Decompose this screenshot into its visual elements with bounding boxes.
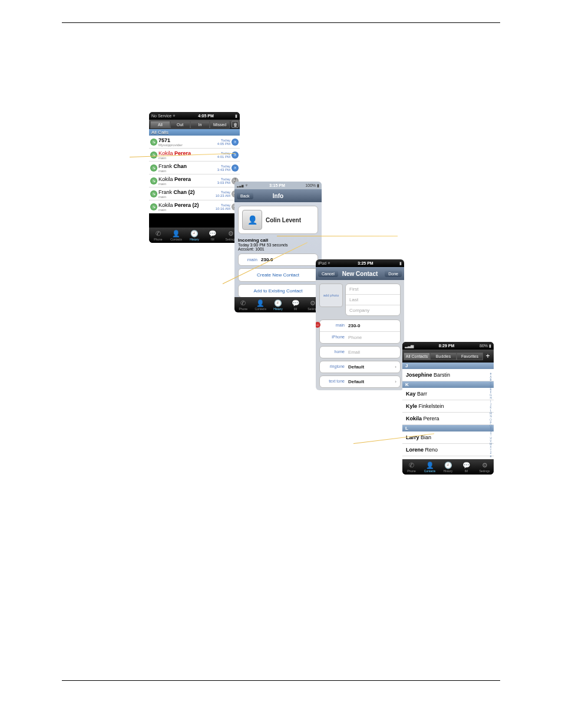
tab-history[interactable]: 🕘History — [269, 297, 287, 312]
battery-icon: ▮ — [235, 114, 237, 118]
im-icon: 💬 — [292, 299, 300, 307]
tab-in[interactable]: In — [190, 121, 210, 129]
tab-out[interactable]: Out — [170, 121, 190, 129]
tab-contacts[interactable]: 👤Contacts — [167, 228, 186, 243]
ringtone-row[interactable]: ringtoneDefault› — [319, 361, 401, 373]
phone-icon: ✆ — [156, 230, 161, 238]
contact-row[interactable]: Lorene Reno — [402, 444, 494, 456]
done-button[interactable]: Done — [385, 271, 402, 277]
tab-missed[interactable]: Missed — [210, 121, 230, 129]
nav-title: New Contact — [342, 271, 378, 277]
info-icon[interactable]: › — [232, 139, 239, 146]
call-time: Today4:01 PM — [217, 151, 230, 159]
call-account-line: Account: 1001 — [238, 247, 265, 251]
screen-new-contact: iPod ᯤ 3:25 PM ▮ Cancel New Contact Done… — [316, 259, 404, 390]
phone-icon: ✆ — [240, 299, 246, 307]
phone-main-row[interactable]: main230-0 iPhonePhone — [319, 319, 401, 344]
back-button[interactable]: Back — [237, 193, 253, 199]
call-sub: main — [158, 182, 191, 186]
tab-history[interactable]: 🕘History — [439, 459, 457, 475]
alpha-index[interactable]: #ABCDEFGHIJKLMNOPQRSTUVWXYZ# — [488, 373, 493, 458]
field-label: main — [323, 323, 345, 328]
battery-text: 100% ▮ — [305, 183, 319, 188]
phone-field-row[interactable]: main 230-0 — [238, 253, 318, 266]
info-icon[interactable]: › — [232, 151, 239, 159]
call-sub: Myvoipprovider — [158, 143, 183, 147]
gear-icon: ⚙ — [482, 462, 488, 469]
field-value: Default — [348, 364, 364, 370]
contact-row[interactable]: Kyle Finkelstein — [402, 400, 494, 413]
field-placeholder[interactable]: Email — [348, 350, 360, 355]
index-header: L — [402, 425, 494, 431]
call-sub: main — [158, 195, 195, 199]
field-value: Default — [348, 379, 364, 384]
call-time: Today10:16 AM — [216, 203, 230, 210]
tab-phone[interactable]: ✆Phone — [402, 459, 421, 475]
call-name: Frank Chan — [158, 163, 187, 169]
tab-bar: ✆Phone 👤Contacts 🕘History 💬IM ⚙Settings — [234, 297, 322, 312]
company-field[interactable]: Company — [346, 305, 400, 315]
chevron-right-icon: › — [395, 364, 396, 370]
contact-row[interactable]: Kokila Perera — [402, 413, 494, 425]
history-icon: 🕘 — [444, 462, 452, 469]
tab-im[interactable]: 💬IM — [457, 459, 475, 475]
last-name-field[interactable]: Last — [346, 295, 400, 305]
call-time: Today4:05 PM — [217, 139, 230, 146]
tab-phone[interactable]: ✆Phone — [234, 297, 252, 312]
tab-phone[interactable]: ✆Phone — [149, 228, 167, 243]
texttone-row[interactable]: text toneDefault› — [319, 375, 401, 388]
add-photo-button[interactable]: add photo — [319, 284, 343, 307]
tab-all[interactable]: All — [150, 121, 170, 129]
contact-row[interactable]: Josephine Barstin — [402, 369, 494, 381]
call-row[interactable]: ↘ 7571Myvoipprovider Today4:05 PM › — [149, 136, 240, 149]
status-bar: iPod ᯤ 3:25 PM ▮ — [316, 259, 404, 267]
page-rule-bottom — [62, 680, 500, 681]
call-time: Today3:03 PM — [217, 177, 230, 185]
field-label: ringtone — [323, 364, 345, 370]
contact-row[interactable]: Larry Bian — [402, 431, 494, 444]
tab-contacts[interactable]: 👤Contacts — [252, 297, 270, 312]
call-name: Kokila Perera — [158, 176, 191, 182]
call-row[interactable]: ↘ Frank Chan (2)main Today10:23 AM ⤴ — [149, 187, 240, 200]
add-to-existing-contact-button[interactable]: Add to Existing Contact — [238, 284, 318, 298]
wifi-icon: ᯤ — [328, 261, 332, 265]
tab-buddies[interactable]: Buddies — [430, 353, 457, 360]
contact-row[interactable]: Kay Barr — [402, 388, 494, 400]
tab-favorites[interactable]: Favorites — [457, 353, 483, 360]
screen-info: ▂▃▅ ᯤ 3:15 PM 100% ▮ Back Info 👤 Colin L… — [234, 182, 322, 312]
tab-contacts[interactable]: 👤Contacts — [421, 459, 439, 475]
call-direction-icon: ↘ — [150, 164, 157, 172]
trash-icon[interactable]: 🗑 — [232, 121, 239, 128]
call-row[interactable]: ↘ Frank Chanmain Today3:43 PM › — [149, 162, 240, 174]
tab-all-contacts[interactable]: All Contacts — [404, 353, 430, 360]
field-placeholder[interactable]: Phone — [348, 335, 362, 340]
contacts-icon: 👤 — [172, 230, 180, 238]
tab-im[interactable]: 💬IM — [287, 297, 305, 312]
field-label: text tone — [323, 379, 345, 384]
tab-history[interactable]: 🕘History — [186, 228, 204, 243]
tab-im[interactable]: 💬IM — [203, 228, 222, 243]
add-contact-icon[interactable]: + — [483, 352, 492, 360]
wifi-icon: ᯤ — [173, 114, 177, 118]
call-direction-icon: ↘ — [150, 177, 157, 185]
tab-bar: ✆Phone 👤Contacts 🕘History 💬IM ⚙Settings — [149, 228, 240, 243]
info-icon[interactable]: › — [232, 164, 239, 172]
call-row[interactable]: ↘ Kokila Perera (2)main Today10:16 AM ⤴ — [149, 200, 240, 213]
gear-icon: ⚙ — [310, 299, 316, 307]
first-name-field[interactable]: First — [346, 284, 400, 295]
nav-bar: Cancel New Contact Done — [316, 267, 404, 280]
status-time: 4:05 PM — [198, 114, 213, 118]
tab-settings[interactable]: ⚙Settings — [475, 459, 494, 475]
cancel-button[interactable]: Cancel — [318, 271, 338, 277]
call-name: Frank Chan (2) — [158, 189, 195, 195]
field-label: iPhone — [323, 335, 345, 340]
contacts-icon: 👤 — [256, 299, 265, 307]
call-row[interactable]: ↘ Kokila Pereramain Today3:03 PM ⤴ — [149, 174, 240, 187]
chevron-right-icon: › — [395, 379, 396, 384]
battery-icon: ▮ — [399, 261, 402, 266]
contacts-icon: 👤 — [426, 462, 434, 469]
call-direction-icon: ↘ — [150, 190, 157, 197]
email-row[interactable]: homeEmail — [319, 346, 401, 358]
call-name: Kokila Perera (2) — [158, 202, 199, 208]
section-header: All Calls — [149, 129, 240, 136]
